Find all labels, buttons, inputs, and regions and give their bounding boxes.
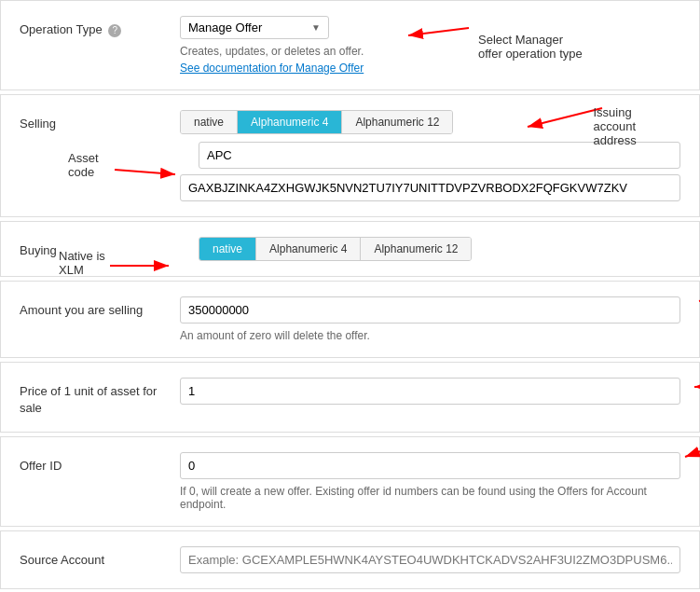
price-label-text: Price of 1 unit of asset for sale <box>20 384 157 415</box>
buying-section: Buying Native is <box>0 221 700 277</box>
operation-type-label: Operation Type ? <box>20 16 169 38</box>
amount-selling-input[interactable] <box>180 296 680 324</box>
operation-type-section: Operation Type ? Manage Offer Create Acc… <box>0 0 700 90</box>
selling-label: Selling <box>20 110 169 132</box>
source-account-row: Source Account <box>20 546 680 573</box>
select-arrow-icon: ▼ <box>311 22 321 33</box>
offer-id-arrow-svg <box>671 420 700 471</box>
offer-id-input[interactable] <box>180 452 680 479</box>
selling-tab-group: native Alphanumeric 4 Alphanumeric 12 <box>180 110 453 134</box>
svg-line-13 <box>685 429 700 457</box>
price-section: Price of 1 unit of asset for sale 1 <box>0 362 700 433</box>
operation-type-content: Manage Offer Create Account Payment Path… <box>180 16 680 75</box>
amount-selling-label-text: Amount you are selling <box>20 303 143 317</box>
selling-content: native Alphanumeric 4 Alphanumeric 12 <box>180 110 680 201</box>
source-account-content <box>180 546 680 573</box>
annotation-select-manager: Select Manager offer operation type <box>478 33 583 61</box>
svg-line-5 <box>115 170 175 174</box>
amount-selling-row: Amount you are selling T <box>20 296 680 342</box>
amount-selling-label: Amount you are selling <box>20 296 169 319</box>
price-arrow-svg <box>676 368 700 406</box>
buying-label-text: Buying <box>20 243 57 257</box>
buying-tab-group: native Alphanumeric 4 Alphanumeric 12 <box>199 237 472 261</box>
source-account-label: Source Account <box>20 546 169 569</box>
annotation-issuing-address: Issuing account address <box>593 105 677 147</box>
annotation-asset-code: Asset code <box>68 151 99 179</box>
page-wrapper: Operation Type ? Manage Offer Create Acc… <box>0 0 700 589</box>
svg-line-11 <box>694 382 700 387</box>
operation-type-help-icon[interactable]: ? <box>108 24 121 37</box>
selling-section: Selling native Alphanumeric 4 Alphanumer… <box>0 94 700 217</box>
buying-content: Native is XLM native Alphanumeric 4 Alph… <box>180 237 680 261</box>
total-coins-arrow-svg <box>680 268 700 320</box>
selling-issuing-address-input[interactable] <box>180 174 680 201</box>
price-content: 1 APC = 1 XLM <box>180 378 680 405</box>
documentation-link[interactable]: See documentation for Manage Offer <box>180 62 680 75</box>
svg-line-3 <box>528 108 602 127</box>
offer-id-label: Offer ID <box>20 452 169 475</box>
amount-selling-help-text: An amount of zero will delete the offer. <box>180 329 680 342</box>
price-row: Price of 1 unit of asset for sale 1 <box>20 378 680 417</box>
offer-id-label-text: Offer ID <box>20 459 62 473</box>
buying-tab-alphanumeric12[interactable]: Alphanumeric 12 <box>361 238 471 260</box>
offer-id-row: Offer ID 0 will create a new offer <box>20 452 680 511</box>
operation-type-text: Operation Type <box>20 22 103 36</box>
buying-tab-native[interactable]: native <box>199 238 256 260</box>
operation-type-select[interactable]: Manage Offer Create Account Payment Path… <box>188 21 306 34</box>
price-label: Price of 1 unit of asset for sale <box>20 378 169 417</box>
selling-tab-alphanumeric12[interactable]: Alphanumeric 12 <box>342 111 452 133</box>
operation-type-row: Operation Type ? Manage Offer Create Acc… <box>20 16 680 75</box>
selling-tab-alphanumeric4[interactable]: Alphanumeric 4 <box>238 111 342 133</box>
source-account-section: Source Account <box>0 530 700 589</box>
selling-tab-native[interactable]: native <box>181 111 238 133</box>
offer-id-help-text: If 0, will create a new offer. Existing … <box>180 485 680 511</box>
price-input[interactable] <box>180 378 680 405</box>
operation-type-select-wrapper: Manage Offer Create Account Payment Path… <box>180 16 329 39</box>
amount-selling-section: Amount you are selling T <box>0 281 700 358</box>
source-account-label-text: Source Account <box>20 553 104 567</box>
amount-selling-content: Total coins to sell An amount of zero wi… <box>180 296 680 342</box>
offer-id-content: 0 will create a new offer If 0, will cre… <box>180 452 680 511</box>
native-arrow-svg <box>105 252 180 280</box>
asset-code-arrow-svg <box>110 160 185 188</box>
selling-label-text: Selling <box>20 117 56 131</box>
source-account-input[interactable] <box>180 546 680 573</box>
svg-line-1 <box>408 28 469 35</box>
annotation-native: Native is XLM <box>59 249 105 277</box>
offer-id-section: Offer ID 0 will create a new offer <box>0 436 700 527</box>
buying-tab-alphanumeric4[interactable]: Alphanumeric 4 <box>256 238 361 260</box>
buying-row: Buying Native is <box>20 237 680 261</box>
selling-row: Selling native Alphanumeric 4 Alphanumer… <box>20 110 680 201</box>
